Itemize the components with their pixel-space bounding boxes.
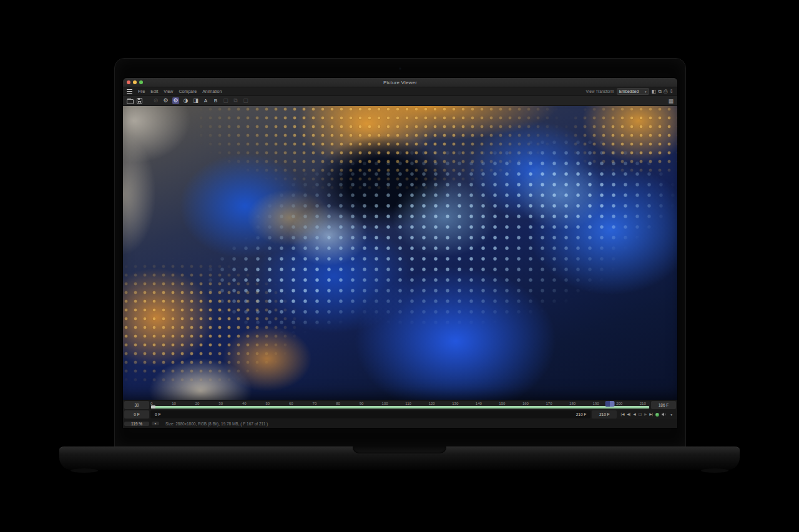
timeline-ruler-row: 30 0102030405060708090100110120130140150… <box>123 400 677 410</box>
ruler-tick: 100 <box>382 402 388 405</box>
ruler-tick: 30 <box>218 402 223 405</box>
transport-controls: |◀◀|◀□▶▶| ▾ <box>618 410 676 418</box>
ruler-tick: 180 <box>569 402 576 405</box>
ruler-tick: 120 <box>429 402 435 405</box>
clear-icon: ⊘ <box>152 97 159 104</box>
audio-icon[interactable] <box>662 412 667 417</box>
macbook-base <box>59 447 740 470</box>
lid-opening-notch <box>353 447 446 453</box>
ruler-tick: 60 <box>289 402 293 405</box>
print-icon[interactable]: ⎙ <box>664 89 667 94</box>
rendered-frames-bar <box>151 406 649 409</box>
end-frame-field[interactable]: 210 F <box>592 410 617 418</box>
menu-items: FileEditViewCompareAnimation <box>138 89 222 94</box>
ruler-tick: 90 <box>360 402 364 405</box>
timeline-range-row: 0 F 0 F 210 F 210 F |◀◀|◀□▶▶| ▾ <box>123 410 677 419</box>
webcam-icon <box>399 67 401 70</box>
minimize-button[interactable] <box>133 80 137 84</box>
window-title: Picture Viewer <box>383 80 417 85</box>
ruler-tick: 210 <box>640 402 646 405</box>
ruler-tick: 80 <box>336 402 340 405</box>
view-transform-group: View Transform Embedded ▾ ◧⧉⎙⇩ <box>586 88 674 95</box>
image-viewport[interactable] <box>123 106 677 400</box>
save-icon[interactable] <box>137 98 142 104</box>
filter-settings-icon[interactable]: ⚙ <box>172 97 179 104</box>
status-bar: 119 % ▾ Size: 2880x1800, RGB (8 Bit), 19… <box>123 419 677 428</box>
view-transform-label: View Transform <box>586 89 614 94</box>
ruler-tick: 40 <box>242 402 247 405</box>
ruler-tick: 50 <box>265 402 270 405</box>
zoom-level-box[interactable]: 119 % <box>124 422 149 426</box>
ruler-tick: 70 <box>313 402 317 405</box>
viewport-vignette <box>123 106 677 400</box>
picture-viewer-window: Picture Viewer FileEditViewCompareAnimat… <box>123 78 677 428</box>
step-forward-button[interactable]: ▶| <box>649 413 653 417</box>
menu-animation[interactable]: Animation <box>202 89 222 94</box>
titlebar-right-icons: ◧⧉⎙⇩ <box>652 89 674 94</box>
view-transform-value: Embedded <box>619 89 639 94</box>
timeline-playhead[interactable] <box>605 401 615 407</box>
traffic-lights <box>127 80 143 84</box>
copy-b-icon: ▢ <box>242 97 249 104</box>
ruler-tick: 190 <box>593 402 599 405</box>
ruler-end-frame-box[interactable]: 186 F <box>651 401 676 409</box>
timeline-ruler[interactable]: 0102030405060708090100110120130140150160… <box>150 401 650 409</box>
ruler-tick: 160 <box>522 402 529 405</box>
view-transform-select[interactable]: Embedded ▾ <box>617 88 649 95</box>
jump-to-start-button[interactable]: |◀ <box>620 413 624 417</box>
swap-ab-icon: ▢ <box>222 97 229 104</box>
set-b-button[interactable]: B <box>212 97 219 104</box>
chevron-down-icon: ▾ <box>645 90 647 94</box>
transport-buttons: |◀◀|◀□▶▶| <box>620 413 653 417</box>
ruler-tick: 150 <box>499 402 505 405</box>
ruler-tick: 170 <box>546 402 552 405</box>
filter-icon[interactable]: ⚙ <box>162 97 169 104</box>
play-backward-button[interactable]: ◀ <box>633 413 635 417</box>
ruler-tick: 20 <box>195 402 200 405</box>
ruler-tick: 130 <box>452 402 458 405</box>
close-button[interactable] <box>127 80 130 84</box>
window-titlebar[interactable]: Picture Viewer <box>123 78 677 87</box>
desktop-background: Picture Viewer FileEditViewCompareAnimat… <box>0 0 799 532</box>
hamburger-icon[interactable] <box>127 89 132 94</box>
step-back-button[interactable]: ◀| <box>627 413 630 417</box>
menu-file[interactable]: File <box>138 89 145 94</box>
play-forward-button[interactable]: ▶ <box>644 413 647 417</box>
ruler-tick: 140 <box>476 402 482 405</box>
ruler-tick: 110 <box>405 402 411 405</box>
compare-image-icon[interactable]: ◨ <box>192 97 199 104</box>
split-view-icon[interactable]: ◧ <box>652 89 657 94</box>
toggle-panel-icon[interactable]: ▦ <box>668 98 674 104</box>
image-info-text: Size: 2880x1800, RGB (8 Bit), 19.78 MB, … <box>160 422 268 426</box>
ruler-tick: 200 <box>616 402 622 405</box>
toolbar: ⊘⚙⚙◑◨AB▢⧉▢ ▦ <box>123 96 677 106</box>
toolbar-icons: ⊘⚙⚙◑◨AB▢⧉▢ <box>152 97 249 104</box>
frame-zero-marker[interactable] <box>151 405 155 409</box>
menu-compare[interactable]: Compare <box>179 89 197 94</box>
current-frame-box[interactable]: 0 F <box>124 410 149 418</box>
menu-bar: FileEditViewCompareAnimation View Transf… <box>123 87 677 96</box>
fps-box[interactable]: 30 <box>124 401 149 409</box>
laptop-foot-left <box>71 468 98 473</box>
macbook-lid: Picture Viewer FileEditViewCompareAnimat… <box>114 58 686 448</box>
open-window-icon[interactable]: ⧉ <box>658 89 662 94</box>
menu-edit[interactable]: Edit <box>150 89 158 94</box>
set-a-button[interactable]: A <box>202 97 209 104</box>
contrast-icon[interactable]: ◑ <box>182 97 189 104</box>
playback-options-icon[interactable]: ▾ <box>669 413 674 417</box>
range-start-label: 0 F <box>155 412 160 417</box>
open-file-icon[interactable] <box>127 99 134 104</box>
preview-range-bar[interactable]: 0 F 210 F <box>150 410 591 418</box>
zoom-dropdown-icon[interactable]: ▾ <box>152 422 159 425</box>
save-image-icon[interactable]: ⇩ <box>669 89 674 94</box>
range-end-label: 210 F <box>576 412 587 417</box>
menu-view[interactable]: View <box>164 89 173 94</box>
ruler-tick: 10 <box>172 402 176 405</box>
zoom-button[interactable] <box>139 80 143 84</box>
laptop-foot-right <box>701 468 728 473</box>
copy-a-icon: ⧉ <box>232 97 239 104</box>
loop-record-icon[interactable] <box>655 413 659 417</box>
ruler-tick: 0 <box>150 402 152 405</box>
stop-button[interactable]: □ <box>639 413 642 417</box>
